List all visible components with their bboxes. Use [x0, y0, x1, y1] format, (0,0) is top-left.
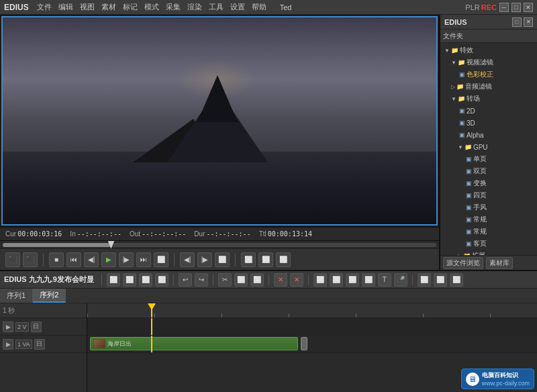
tree-item-10[interactable]: ▣单页 [442, 153, 536, 165]
menu-item-渲染[interactable]: 渲染 [187, 2, 202, 12]
transport-prev-frame[interactable]: ◀| [84, 252, 99, 267]
menu-item-设置[interactable]: 设置 [230, 2, 245, 12]
tl-btn-9[interactable]: T [378, 273, 391, 287]
transport-prev-fast[interactable]: ⏮ [66, 252, 81, 267]
transport-next-fast[interactable]: ⏭ [136, 252, 151, 267]
tl-btn-del[interactable]: ✕ [274, 273, 287, 287]
tl-btn-mic[interactable]: 🎤 [394, 273, 407, 287]
tree-item-8[interactable]: ▣Alpha [442, 129, 536, 141]
menu-item-编辑[interactable]: 编辑 [58, 2, 73, 12]
effects-close-btn[interactable]: ✕ [524, 17, 533, 27]
tree-label-12: 变换 [473, 179, 487, 188]
timecode-out: Out --:--:--:-- [130, 230, 186, 238]
water [3, 152, 436, 224]
menu-item-素材[interactable]: 素材 [101, 2, 116, 12]
track-day-btn-1va[interactable]: 日 [34, 339, 45, 350]
tl-btn-2[interactable]: ⬜ [123, 273, 136, 287]
effects-minimize-btn[interactable]: □ [512, 17, 522, 27]
menu-item-帮助[interactable]: 帮助 [252, 2, 266, 12]
tree-label-3: 色彩校正 [467, 70, 493, 79]
tl-btn-4[interactable]: ⬜ [155, 273, 168, 287]
tl-btn-cut[interactable]: ✂ [218, 273, 232, 287]
transport-edit[interactable]: ⬜ [215, 252, 230, 267]
asset-lib-btn[interactable]: 素材库 [486, 257, 513, 269]
transport-mark-in[interactable]: ⬛ [5, 252, 20, 267]
tl-btn-7[interactable]: ⬜ [346, 273, 359, 287]
restore-button[interactable]: □ [511, 3, 521, 12]
menu-item-文件[interactable]: 文件 [37, 2, 52, 12]
tl-btn-12[interactable]: ⬜ [450, 273, 463, 287]
menu-item-标记[interactable]: 标记 [123, 2, 138, 12]
tree-item-13[interactable]: ▣四页 [442, 189, 536, 201]
tl-btn-copy[interactable]: ⬜ [234, 273, 248, 287]
tree-item-18[interactable]: ▷📁扩展 [442, 250, 536, 255]
ttl-value: 00:00:13:14 [268, 230, 312, 238]
transport-link[interactable]: ⬜ [276, 252, 291, 267]
track-expand-1va[interactable]: ▶ [3, 339, 13, 350]
tree-item-1[interactable]: ▼📁特效 [442, 44, 536, 56]
tl-btn-10[interactable]: ⬜ [418, 273, 431, 287]
progress-bar-area[interactable] [0, 240, 439, 248]
tl-btn-redo[interactable]: ↪ [195, 273, 208, 287]
tl-btn-1[interactable]: ⬜ [107, 273, 120, 287]
tree-item-11[interactable]: ▣双页 [442, 165, 536, 177]
tree-item-5[interactable]: ▼📁转场 [442, 93, 536, 105]
tree-icon-5: 📁 [458, 95, 465, 102]
clip-shoreline[interactable]: 海岸日出 [90, 337, 298, 350]
progress-track[interactable] [3, 243, 436, 247]
tree-item-2[interactable]: ▼📁视频滤镜 [442, 56, 536, 68]
tl-btn-del2[interactable]: ✕ [290, 273, 303, 287]
tree-icon-1: 📁 [451, 47, 458, 54]
dur-value: --:--:--:-- [206, 230, 250, 238]
track-expand-2v[interactable]: ▶ [3, 322, 13, 332]
tl-btn-paste[interactable]: ⬜ [250, 273, 264, 287]
transport-play[interactable]: ▶ [101, 252, 116, 267]
preview-video [1, 16, 438, 226]
transport-loop[interactable]: ⬜ [154, 252, 168, 267]
tree-item-7[interactable]: ▣3D [442, 117, 536, 129]
menu-item-模式[interactable]: 模式 [144, 2, 159, 12]
tree-item-6[interactable]: ▣2D [442, 105, 536, 117]
tl-btn-11[interactable]: ⬜ [434, 273, 447, 287]
tl-btn-3[interactable]: ⬜ [139, 273, 152, 287]
transport-snap[interactable]: ⬜ [241, 252, 256, 267]
tree-icon-15: ▣ [466, 216, 472, 223]
tree-item-14[interactable]: ▣手风 [442, 201, 536, 213]
close-button[interactable]: ✕ [524, 3, 533, 12]
tree-item-15[interactable]: ▣常规 [442, 213, 536, 226]
effects-title: EDIUS [444, 18, 467, 26]
transport-mark2[interactable]: ⬛ [23, 252, 38, 267]
tab-sequence2[interactable]: 序列2 [33, 289, 66, 303]
tree-icon-17: ▣ [466, 240, 472, 247]
tree-icon-11: ▣ [466, 168, 472, 175]
transport-next-frame[interactable]: |▶ [119, 252, 134, 267]
minimize-button[interactable]: ─ [499, 3, 509, 12]
tree-item-3[interactable]: ▣色彩校正 [442, 68, 536, 81]
menu-item-工具[interactable]: 工具 [209, 2, 224, 12]
tl-btn-5[interactable]: ⬜ [313, 273, 327, 287]
tree-item-16[interactable]: ▣常规 [442, 226, 536, 238]
tl-btn-8[interactable]: ⬜ [362, 273, 375, 287]
tree-item-17[interactable]: ▣客页 [442, 238, 536, 250]
menu-item-采集[interactable]: 采集 [166, 2, 181, 12]
plr-badge: PLR REC [465, 3, 497, 11]
source-browse-btn[interactable]: 源文件浏览 [443, 257, 483, 269]
track-header-2v: ▶ 2 V 日 [0, 318, 87, 336]
transport-trim-left[interactable]: ◀| [180, 252, 195, 267]
tab-sequence1[interactable]: 序列1 [0, 289, 33, 303]
track-header-1va: ▶ 1 VA 日 [0, 336, 87, 353]
tree-item-12[interactable]: ▣变换 [442, 177, 536, 189]
tl-btn-undo[interactable]: ↩ [179, 273, 192, 287]
effects-tab-folder[interactable]: 文件夹 [443, 32, 463, 41]
menu-item-视图[interactable]: 视图 [80, 2, 95, 12]
timeline-tabs: 序列1 序列2 [0, 289, 537, 303]
transport-stop[interactable]: ■ [49, 252, 64, 267]
tree-label-2: 视频滤镜 [467, 58, 493, 67]
tree-item-9[interactable]: ▼📁GPU [442, 141, 536, 153]
tree-item-4[interactable]: ▷📁音频滤镜 [442, 81, 536, 93]
transport-trim-right[interactable]: |▶ [197, 252, 212, 267]
track-day-btn-2v[interactable]: 日 [31, 322, 42, 332]
tl-btn-6[interactable]: ⬜ [330, 273, 343, 287]
video-content [3, 17, 436, 224]
transport-ripple[interactable]: ⬜ [258, 252, 273, 267]
